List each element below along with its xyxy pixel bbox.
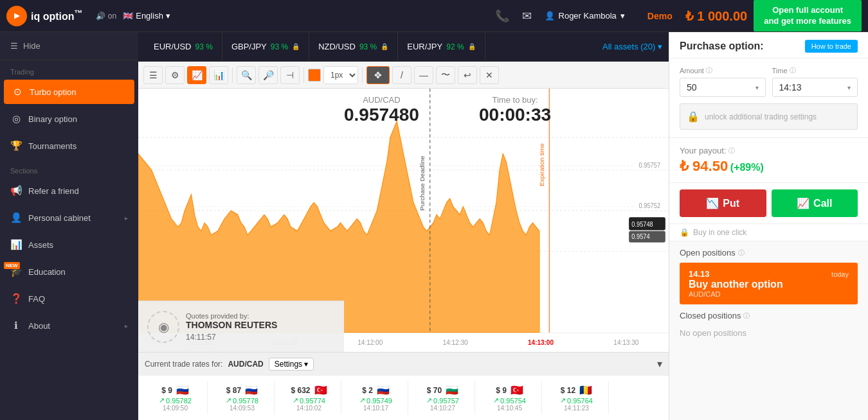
- time-label-3: 14:12:00: [357, 339, 383, 346]
- chart-time-info: Time to buy: 00:00:33: [479, 95, 551, 125]
- sidebar-item-binary-option[interactable]: ◎ Binary option: [0, 105, 138, 132]
- candle-chart-btn[interactable]: 📈: [187, 66, 206, 84]
- pencil-tool-btn[interactable]: /: [392, 66, 411, 84]
- user-menu[interactable]: 👤 Roger Kambola ▾: [545, 11, 625, 21]
- faq-icon: ❓: [10, 293, 22, 304]
- personal-icon: 👤: [10, 212, 22, 223]
- time-input[interactable]: 14:13 ▾: [772, 78, 858, 97]
- svg-text:Purchase Deadline: Purchase Deadline: [420, 156, 426, 211]
- sidebar-hide-button[interactable]: ☰ Hide: [0, 32, 138, 60]
- eurjpy-pct: 92 %: [446, 42, 464, 51]
- toolbar-separator-3: [362, 67, 363, 83]
- mail-icon[interactable]: ✉: [522, 9, 532, 23]
- time-label-6: 14:13:30: [613, 339, 638, 346]
- payout-label: Your payout: ⓘ: [680, 146, 858, 155]
- payout-info-icon[interactable]: ⓘ: [728, 146, 735, 155]
- wave-tool-btn[interactable]: 〜: [436, 66, 455, 84]
- cursor-tool-btn[interactable]: ✥: [366, 66, 390, 84]
- eurusd-label: EUR/USD: [154, 42, 192, 51]
- svg-text:0.95757: 0.95757: [639, 161, 661, 169]
- open-position-banner[interactable]: 14.13 today Buy another option AUD/CAD: [680, 263, 858, 304]
- balance-display: ₺ 1 000.00: [685, 8, 747, 24]
- chart-pair-info: AUD/CAD 0.957480: [344, 95, 419, 125]
- call-button[interactable]: 📈 Call: [772, 189, 858, 217]
- rate-value-1: ↗ 0.95782: [159, 396, 192, 405]
- sidebar-item-about[interactable]: ℹ About ▸: [0, 312, 138, 339]
- lock-settings-bar[interactable]: 🔒 unlock additional trading settings: [680, 103, 858, 130]
- line-tool-btn[interactable]: —: [414, 66, 433, 84]
- sidebar-item-faq[interactable]: ❓ FAQ: [0, 285, 138, 312]
- purchase-header: Purchase option: How to trade: [669, 32, 868, 58]
- nav-icons: 📞 ✉ 👤 Roger Kambola ▾ Demo ₺ 1 000.00: [495, 8, 748, 24]
- tr-info: Quotes provided by: THOMSON REUTERS 14:1…: [186, 312, 277, 342]
- sidebar-item-turbo-option[interactable]: ⊙ Turbo option: [4, 80, 134, 104]
- rate-card-4: $ 2 🇷🇺 ↗ 0.95749 14:10:17: [344, 381, 408, 414]
- reset-btn[interactable]: ⊣: [280, 66, 300, 84]
- sidebar-item-personal-cabinet[interactable]: 👤 Personal cabinet ▸: [0, 204, 138, 231]
- chart-settings-button[interactable]: Settings ▾: [269, 358, 314, 371]
- logo[interactable]: ▶ iq option™: [6, 6, 83, 26]
- phone-icon[interactable]: 📞: [495, 9, 509, 23]
- hamburger-icon: ☰: [10, 41, 18, 51]
- payout-section: Your payout: ⓘ ₺ 94.50 (+89%): [669, 138, 868, 183]
- expand-rates-icon[interactable]: ▾: [657, 358, 662, 370]
- sound-icon: 🔊: [96, 12, 105, 21]
- flag-icon: 🇬🇧: [123, 11, 133, 21]
- settings-toolbar-btn[interactable]: ⚙: [165, 66, 185, 84]
- put-button[interactable]: 📉 Put: [680, 189, 766, 217]
- color-picker[interactable]: [308, 69, 321, 82]
- sidebar-item-assets[interactable]: 📊 Assets: [0, 231, 138, 258]
- amount-info-icon[interactable]: ⓘ: [706, 66, 712, 75]
- all-assets-dropdown[interactable]: All assets (20) ▾: [602, 42, 662, 51]
- price-chart: 0.95757 0.95752 Purchase Deadline Expira…: [138, 89, 669, 333]
- about-icon: ℹ: [10, 320, 22, 331]
- about-arrow-icon: ▸: [125, 322, 128, 329]
- chart-area: EUR/USD 93 % GBP/JPY 93 % 🔒 NZD/USD 93 %…: [138, 32, 669, 420]
- nzdusd-label: NZD/USD: [318, 42, 356, 51]
- how-to-trade-button[interactable]: How to trade: [805, 40, 858, 53]
- zoom-in-btn[interactable]: 🔎: [258, 66, 278, 84]
- open-account-button[interactable]: Open full account and get more features: [754, 0, 862, 31]
- svg-text:0.9574: 0.9574: [631, 232, 650, 240]
- zoom-out-btn[interactable]: 🔍: [237, 66, 256, 84]
- amount-input[interactable]: 50 ▾: [680, 78, 766, 97]
- px-selector[interactable]: 1px: [323, 66, 358, 84]
- nzdusd-pct: 93 %: [359, 42, 377, 51]
- rate-card-2: $ 87 🇷🇺 ↗ 0.95778 14:09:53: [210, 381, 275, 414]
- binary-icon: ◎: [10, 113, 22, 125]
- sidebar-item-tournaments[interactable]: 🏆 Tournaments: [0, 132, 138, 159]
- cabinet-arrow-icon: ▸: [125, 214, 128, 222]
- language-selector[interactable]: 🇬🇧 English ▾: [123, 11, 170, 21]
- clear-btn[interactable]: ✕: [480, 66, 499, 84]
- sound-button[interactable]: 🔊 on: [96, 12, 116, 21]
- trading-section-label: Trading: [0, 60, 138, 78]
- rate-value-3: ↗ 0.95774: [293, 396, 325, 405]
- time-info-icon[interactable]: ⓘ: [790, 66, 796, 75]
- toolbar-separator-1: [232, 67, 233, 83]
- asset-tab-gbpjpy[interactable]: GBP/JPY 93 % 🔒: [222, 32, 309, 61]
- eurjpy-label: EUR/JPY: [407, 42, 442, 51]
- call-icon: 📈: [797, 197, 809, 209]
- rate-value-7: ↗ 0.95764: [560, 396, 593, 405]
- closed-positions-info-icon[interactable]: ⓘ: [743, 311, 750, 320]
- rate-value-5: ↗ 0.95757: [426, 396, 459, 405]
- undo-btn[interactable]: ↩: [458, 66, 477, 84]
- sidebar-item-education[interactable]: NEW 🎓 Education: [0, 258, 138, 285]
- rate-card-1: $ 9 🇷🇺 ↗ 0.95782 14:09:50: [143, 381, 208, 414]
- refer-icon: 📢: [10, 185, 22, 197]
- sidebar-item-refer-friend[interactable]: 📢 Refer a friend: [0, 177, 138, 204]
- asset-tab-nzdusd[interactable]: NZD/USD 93 % 🔒: [309, 32, 398, 61]
- asset-tab-eurusd[interactable]: EUR/USD 93 %: [145, 32, 222, 61]
- asset-tab-eurjpy[interactable]: EUR/JPY 92 % 🔒: [398, 32, 485, 61]
- gbpjpy-lock-icon: 🔒: [292, 43, 300, 50]
- bar-chart-btn[interactable]: 📊: [209, 66, 228, 84]
- time-group: Time ⓘ 14:13 ▾: [772, 66, 858, 97]
- menu-toolbar-btn[interactable]: ☰: [143, 66, 163, 84]
- rate-card-7: $ 12 🇷🇴 ↗ 0.95764 14:11:23: [545, 381, 609, 414]
- rate-card-6: $ 9 🇹🇷 ↗ 0.95754 14:10:45: [478, 381, 542, 414]
- action-buttons: 📉 Put 📈 Call: [669, 183, 868, 224]
- right-panel: Purchase option: How to trade Amount ⓘ 5…: [669, 32, 868, 420]
- open-positions-info-icon[interactable]: ⓘ: [738, 249, 745, 258]
- buy-one-click-bar[interactable]: 🔒 Buy in one click: [669, 224, 868, 241]
- new-badge: NEW: [4, 262, 20, 269]
